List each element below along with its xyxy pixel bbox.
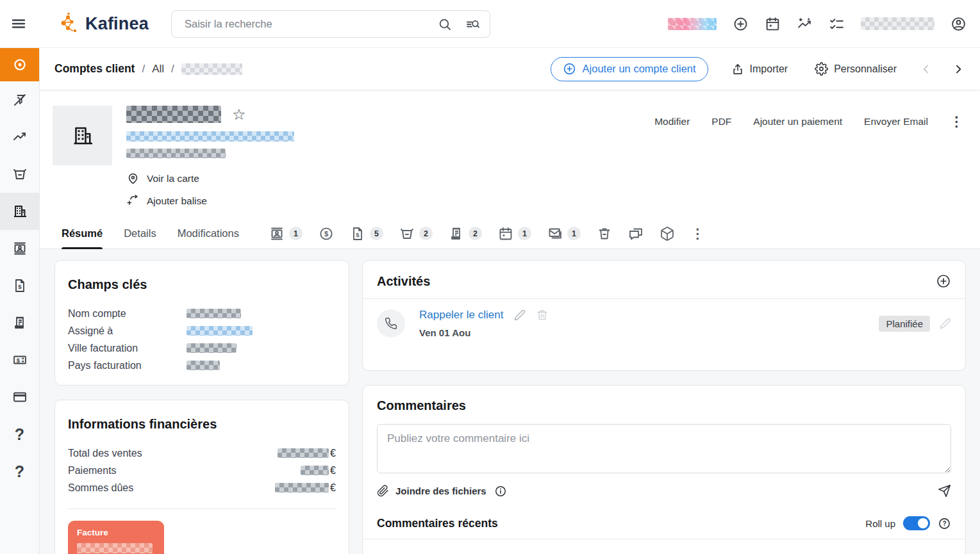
sidebar-item-orders[interactable]: [0, 156, 39, 193]
trash-icon[interactable]: [536, 309, 548, 321]
tasks-checklist-icon[interactable]: [829, 16, 845, 32]
tab-comments[interactable]: [628, 226, 644, 241]
add-activity-icon[interactable]: [936, 273, 951, 289]
tab-contacts[interactable]: 1: [269, 226, 303, 241]
invoice-card-label: Facture: [77, 528, 155, 537]
package-cube-icon: [660, 226, 675, 241]
tab-badge: 2: [469, 227, 482, 240]
kafinea-logo[interactable]: Kafinea: [56, 12, 149, 36]
advanced-search-icon[interactable]: [465, 17, 481, 32]
view-map-link[interactable]: Voir la carte: [126, 172, 965, 185]
question-mark-icon: ?: [15, 425, 24, 444]
tab-summary[interactable]: Résumé: [62, 218, 103, 249]
breadcrumb-view[interactable]: All: [152, 63, 164, 76]
tab-modifications[interactable]: Modifications: [178, 218, 239, 249]
svg-text:$: $: [18, 283, 22, 290]
plus-circle-icon: [563, 62, 576, 76]
customize-button[interactable]: Personnaliser: [811, 61, 901, 76]
hamburger-menu-icon[interactable]: [11, 16, 26, 31]
toggle-knob: [918, 518, 928, 528]
field-label: Pays facturation: [68, 360, 187, 371]
chat-bubbles-icon: [628, 226, 644, 241]
activities-title: Activités: [377, 274, 430, 289]
tab-archive[interactable]: [597, 226, 612, 241]
sidebar-item-payments[interactable]: $: [0, 341, 39, 379]
phone-icon: [377, 309, 405, 338]
send-email-button[interactable]: Envoyer Email: [864, 116, 928, 127]
sidebar-item-help-2[interactable]: ?: [0, 453, 39, 490]
calendar-icon: [498, 226, 513, 241]
receipt-icon: [449, 226, 464, 241]
upload-icon: [731, 63, 744, 76]
breadcrumb-section[interactable]: Comptes client: [54, 62, 135, 76]
sidebar-item-dashboard[interactable]: [0, 48, 39, 81]
edit-status-pencil-icon[interactable]: [940, 318, 951, 329]
pdf-button[interactable]: PDF: [711, 116, 731, 127]
quick-create-icon[interactable]: [733, 16, 749, 32]
activity-date: Ven 01 Aou: [419, 327, 548, 338]
add-tag-link[interactable]: Ajouter balise: [126, 194, 965, 208]
attach-files-link[interactable]: Joindre des fichiers: [395, 485, 486, 496]
record-avatar: [53, 106, 112, 165]
help-circle-icon[interactable]: ?: [938, 517, 951, 530]
tab-quotes[interactable]: $ 5: [350, 226, 383, 241]
tab-emails[interactable]: 1: [547, 226, 581, 241]
redacted-field-value: [187, 343, 237, 353]
insights-sparkline-icon[interactable]: [797, 16, 813, 32]
paperclip-icon[interactable]: [377, 485, 389, 497]
tab-calendar[interactable]: 1: [498, 226, 531, 241]
tab-products[interactable]: [660, 226, 675, 241]
sidebar-item-opportunities[interactable]: [0, 118, 39, 156]
kafinea-logo-icon: [56, 12, 80, 36]
list-toolbar: Ajouter un compte client Importer Person…: [551, 57, 965, 81]
record-tabs: Résumé Details Modifications 1 $ $ 5: [40, 218, 980, 249]
divider: [363, 298, 965, 299]
edit-pencil-icon[interactable]: [514, 309, 526, 321]
send-comment-icon[interactable]: [938, 484, 951, 498]
record-more-menu-icon[interactable]: ⋮: [950, 115, 963, 128]
activity-item: Rappeler le client Ven 01 Aou Planifiée: [377, 309, 951, 338]
sidebar-item-contacts[interactable]: [0, 230, 39, 267]
search-icon[interactable]: [437, 17, 453, 32]
add-payment-button[interactable]: Ajouter un paiement: [753, 116, 842, 127]
edit-record-button[interactable]: Modifier: [654, 116, 690, 127]
search-input[interactable]: [183, 17, 437, 31]
field-label: Ville facturation: [68, 343, 187, 354]
chevron-right-icon[interactable]: [952, 63, 965, 76]
sidebar-item-quotes[interactable]: $: [0, 267, 39, 304]
rollup-toggle[interactable]: [903, 516, 930, 530]
tabs-more-menu[interactable]: ⋮: [691, 227, 704, 240]
tab-invoices[interactable]: 2: [449, 226, 482, 241]
tab-orders[interactable]: 2: [399, 226, 433, 241]
redacted-amount: [301, 466, 329, 475]
summary-content: Champs clés Nom compte Assigné à Ville f…: [40, 249, 980, 554]
info-circle-icon[interactable]: [494, 485, 507, 498]
key-fields-title: Champs clés: [68, 277, 336, 292]
import-button[interactable]: Importer: [727, 62, 792, 76]
comment-input[interactable]: [377, 424, 951, 473]
sidebar-item-accounts[interactable]: [0, 193, 39, 230]
tab-badge: 1: [518, 227, 531, 240]
chevron-left-icon[interactable]: [920, 63, 933, 76]
redacted-field-value[interactable]: [187, 326, 253, 336]
sidebar-item-invoices[interactable]: [0, 304, 39, 341]
view-map-label: Voir la carte: [147, 173, 199, 184]
invoice-card[interactable]: Facture: [68, 521, 164, 554]
field-label: Assigné à: [68, 325, 187, 337]
sidebar-item-help-1[interactable]: ?: [0, 416, 39, 453]
tab-details[interactable]: Details: [124, 218, 156, 249]
tab-badge: 1: [289, 227, 303, 240]
sidebar-item-filter-off[interactable]: [0, 81, 39, 118]
favorite-star-icon[interactable]: ☆: [232, 107, 246, 122]
redacted-website-link[interactable]: [126, 131, 294, 142]
tab-finance[interactable]: $: [319, 226, 334, 241]
add-account-button[interactable]: Ajouter un compte client: [551, 57, 708, 81]
status-badge[interactable]: Planifiée: [879, 316, 930, 332]
logo-text: Kafinea: [85, 14, 149, 34]
sidebar-item-cards[interactable]: [0, 379, 39, 416]
calendar-icon[interactable]: [765, 16, 781, 32]
add-tag-label: Ajouter balise: [147, 195, 207, 207]
user-avatar-icon[interactable]: [951, 16, 967, 32]
activity-title-link[interactable]: Rappeler le client: [419, 309, 503, 322]
breadcrumb-separator: /: [142, 63, 145, 76]
